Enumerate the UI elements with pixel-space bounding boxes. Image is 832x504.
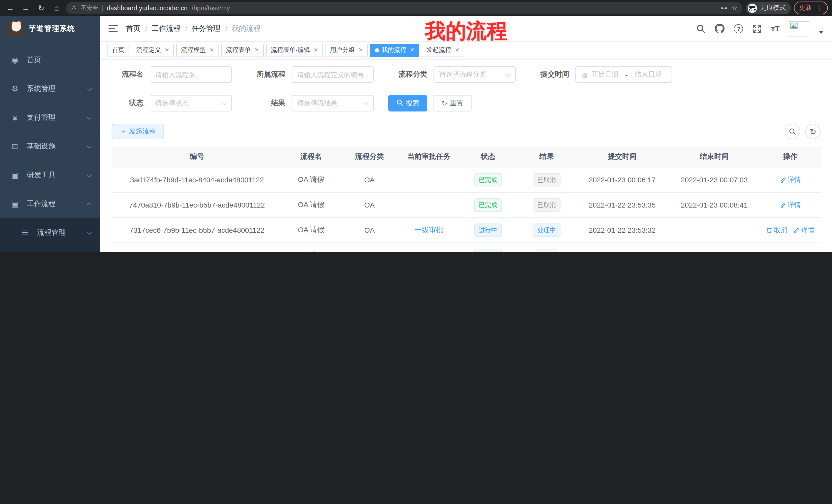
browser-menu-icon[interactable]: ⋮ bbox=[816, 4, 823, 11]
back-icon[interactable]: ← bbox=[4, 2, 17, 14]
row-process-name: OA 请假 bbox=[282, 192, 340, 217]
close-icon[interactable]: ✕ bbox=[209, 47, 214, 53]
row-process-name: OA 请假 bbox=[282, 217, 340, 243]
detail-link[interactable]: 详情 bbox=[794, 225, 814, 234]
sidebar-logo[interactable]: 芋道管理系统 bbox=[0, 16, 100, 41]
sidebar-item-7[interactable]: ⋔任务管理 bbox=[0, 247, 100, 252]
security-chip[interactable]: 不安全 bbox=[81, 4, 98, 12]
sidebar-item-6[interactable]: ☰流程管理 bbox=[0, 218, 100, 247]
tabs-bar: 首页流程定义✕流程模型✕流程表单✕流程表单-编辑✕用户分组✕我的流程✕发起流程✕ bbox=[100, 41, 832, 59]
reset-button[interactable]: ↻ 重置 bbox=[434, 95, 471, 111]
search-icon[interactable] bbox=[697, 24, 706, 33]
incognito-badge: 无痕模式 bbox=[746, 2, 791, 14]
tab-3[interactable]: 流程表单✕ bbox=[222, 44, 263, 57]
search-icon bbox=[396, 99, 403, 107]
row-status: 已完成 bbox=[459, 167, 517, 192]
address-bar[interactable]: ⚠ 不安全 dashboard.yudao.iocoder.cn/bpm/tas… bbox=[66, 2, 743, 14]
font-size-icon[interactable]: ᴛT bbox=[771, 24, 780, 33]
warning-icon: ⚠ bbox=[71, 4, 77, 12]
forward-icon[interactable]: → bbox=[20, 2, 32, 14]
breadcrumb-task[interactable]: 任务管理 bbox=[192, 24, 220, 33]
home-icon[interactable]: ⌂ bbox=[50, 2, 63, 14]
reload-icon[interactable]: ↻ bbox=[35, 2, 47, 14]
avatar-caret-icon[interactable] bbox=[818, 31, 824, 34]
tab-5[interactable]: 用户分组✕ bbox=[326, 44, 368, 57]
sidebar-item-label: 首页 bbox=[27, 55, 91, 65]
status-badge: 已完成 bbox=[474, 198, 502, 212]
row-process-name: OA 请假 bbox=[282, 167, 340, 192]
breadcrumb-workflow[interactable]: 工作流程 bbox=[152, 24, 181, 33]
tab-1[interactable]: 流程定义✕ bbox=[132, 44, 174, 57]
category-label: 流程分类 bbox=[388, 70, 427, 79]
breadcrumb-current: 我的流程 bbox=[232, 24, 260, 33]
result-select[interactable]: 请选择流结果 bbox=[291, 95, 374, 111]
detail-link[interactable]: 详情 bbox=[780, 200, 801, 209]
tab-2[interactable]: 流程模型✕ bbox=[176, 44, 218, 57]
sidebar-item-label: 流程管理 bbox=[37, 228, 80, 237]
sidebar-toggle-icon[interactable] bbox=[108, 25, 118, 32]
password-key-icon[interactable]: ⊶ bbox=[721, 4, 727, 12]
close-icon[interactable]: ✕ bbox=[313, 47, 318, 53]
list-icon: ☰ bbox=[21, 228, 30, 237]
avatar[interactable] bbox=[789, 21, 809, 36]
sidebar-item-label: 支付管理 bbox=[27, 113, 80, 122]
row-id: 7470a810-7b9b-11ec-b5b7-acde48001122 bbox=[111, 192, 282, 217]
create-process-button[interactable]: ＋ 发起流程 bbox=[111, 124, 164, 139]
row-current-task bbox=[399, 192, 459, 217]
detail-link[interactable]: 详情 bbox=[780, 175, 801, 184]
tab-7[interactable]: 发起流程✕ bbox=[422, 44, 464, 57]
red-annotation-text: 我的流程 bbox=[425, 17, 507, 45]
fullscreen-icon[interactable] bbox=[753, 24, 762, 33]
sidebar-item-label: 工作流程 bbox=[27, 199, 80, 208]
tab-4[interactable]: 流程表单-编辑✕ bbox=[266, 44, 323, 57]
close-icon[interactable]: ✕ bbox=[410, 47, 414, 53]
row-id: 2152467e-7b9b-11ec-9a1b-acde48001122 bbox=[111, 243, 282, 252]
breadcrumb-home[interactable]: 首页 bbox=[126, 24, 140, 33]
row-category: OA bbox=[340, 167, 399, 192]
tab-label: 用户分组 bbox=[330, 46, 355, 54]
sidebar-item-2[interactable]: ¥支付管理 bbox=[0, 103, 100, 132]
sidebar-item-3[interactable]: ⊡基础设施 bbox=[0, 132, 100, 161]
search-button[interactable]: 搜索 bbox=[388, 95, 427, 111]
row-current-task bbox=[399, 243, 459, 252]
result-badge: 已取消 bbox=[533, 173, 561, 186]
detail-link[interactable]: 详情 bbox=[780, 250, 801, 252]
row-current-task: 一级审批 bbox=[399, 217, 459, 243]
date-start-placeholder[interactable]: 开始日期 bbox=[592, 70, 618, 79]
tab-label: 流程表单 bbox=[226, 46, 251, 54]
row-actions: 取消详情 bbox=[760, 217, 821, 243]
sidebar-item-5[interactable]: ▣工作流程 bbox=[0, 190, 100, 218]
github-icon[interactable] bbox=[715, 24, 725, 33]
definition-input[interactable] bbox=[297, 71, 368, 78]
date-range-picker[interactable]: ▦ 开始日期 - 结束日期 bbox=[575, 66, 672, 83]
help-icon[interactable]: ? bbox=[734, 24, 743, 33]
date-end-placeholder[interactable]: 结束日期 bbox=[635, 70, 661, 79]
close-icon[interactable]: ✕ bbox=[358, 47, 363, 53]
tab-6[interactable]: 我的流程✕ bbox=[370, 44, 419, 57]
row-end-time: 2022-01-22 23:51:20 bbox=[669, 243, 760, 252]
category-select[interactable]: 请选择流程分类 bbox=[434, 66, 516, 83]
sidebar-item-0[interactable]: ◉首页 bbox=[0, 46, 100, 75]
task-link[interactable]: 一级审批 bbox=[414, 225, 443, 233]
update-button[interactable]: 更新 ⋮ bbox=[794, 2, 828, 15]
cancel-link[interactable]: 取消 bbox=[766, 225, 787, 234]
table-row: 3ad174fb-7b9d-11ec-8404-acde48001122OA 请… bbox=[111, 167, 821, 192]
row-current-task bbox=[399, 167, 459, 192]
sidebar-item-4[interactable]: ▣研发工具 bbox=[0, 161, 100, 190]
name-input[interactable] bbox=[155, 71, 226, 78]
sidebar-item-1[interactable]: ⚙系统管理 bbox=[0, 75, 100, 103]
tab-label: 发起流程 bbox=[426, 46, 451, 54]
status-select[interactable]: 请选择状态 bbox=[150, 95, 232, 111]
close-icon[interactable]: ✕ bbox=[455, 47, 460, 53]
tab-0[interactable]: 首页 bbox=[107, 44, 129, 57]
refresh-table-button[interactable]: ↻ bbox=[805, 124, 821, 139]
show-search-button[interactable] bbox=[785, 124, 800, 139]
filter-row-1: 流程名 所属流程 流程分类 请选择流程分类 bbox=[111, 66, 821, 83]
bookmark-star-icon[interactable]: ☆ bbox=[731, 4, 737, 12]
result-badge: 已取消 bbox=[533, 198, 561, 212]
row-submit-time: 2022-01-22 23:51:15 bbox=[576, 243, 669, 252]
close-icon[interactable]: ✕ bbox=[254, 47, 259, 53]
close-icon[interactable]: ✕ bbox=[164, 47, 169, 53]
logo-image bbox=[7, 21, 24, 37]
gear-icon: ⚙ bbox=[10, 84, 20, 93]
